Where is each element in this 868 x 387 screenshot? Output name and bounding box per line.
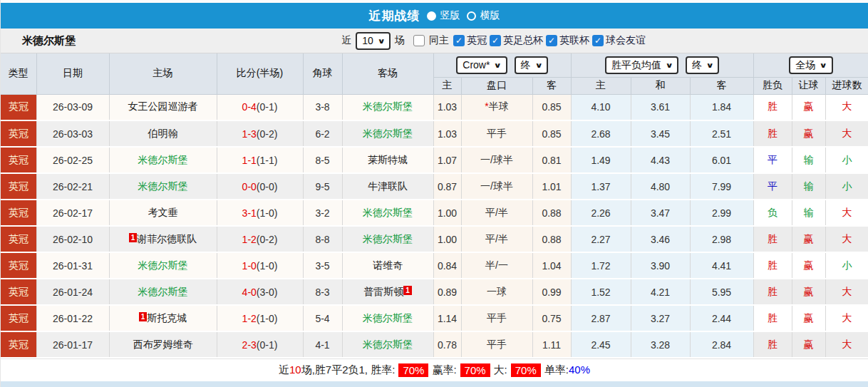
halftime-score: (0-1) — [257, 101, 278, 113]
goals-result-cell: 大 — [825, 120, 868, 147]
table-row: 英冠26-02-17考文垂3-1(1-0)3-2米德尔斯堡1.00平/半0.88… — [1, 200, 868, 226]
odds-source-select[interactable]: Crow* ∨ — [456, 56, 507, 74]
handicap-label: 平手 — [487, 339, 507, 350]
checkbox-checked-icon: ✓ — [490, 35, 501, 46]
title-bar: 近期战绩 竖版 横版 — [1, 3, 868, 29]
score-cell: 1-2(0-2) — [217, 226, 303, 252]
corners-cell: 6-2 — [303, 120, 342, 147]
handicap-rate-label: 赢率: — [432, 363, 456, 377]
table-row: 英冠26-03-09女王公园巡游者0-4(0-1)3-8米德尔斯堡1.03*半球… — [1, 94, 868, 120]
avg-away-cell: 6.01 — [690, 147, 753, 173]
scope-select[interactable]: 全场 ∨ — [789, 56, 832, 74]
away-team-cell: 诺维奇 — [342, 252, 433, 279]
handicap-label: 平手 — [487, 128, 507, 139]
goals-result-cell: 小 — [825, 173, 868, 200]
recent-results-panel: 近期战绩 竖版 横版 米德尔斯堡 近 10 ∨ 场 同主 ✓英冠✓英足总杯✓英联… — [0, 0, 868, 387]
goals-result-cell: 大 — [825, 331, 868, 358]
summary-prefix: 近 — [279, 363, 289, 376]
home-team-cell: 米德尔斯堡 — [109, 173, 217, 200]
score-cell: 4-0(3-0) — [217, 279, 303, 305]
odds-home-cell: 1.14 — [433, 305, 461, 331]
filter-controls: 近 10 ∨ 场 同主 ✓英冠✓英足总杯✓英联杯✓球会友谊 — [341, 32, 646, 50]
table-header: 类型 日期 主场 比分(半场) 角球 客场 Crow* ∨ 终 ∨ — [1, 53, 868, 94]
handicap-result-cell: 赢 — [792, 331, 825, 358]
handicap-label: 半/一 — [485, 259, 508, 271]
outcome-cell: 平 — [753, 173, 792, 200]
avg-away-cell: 2.98 — [690, 226, 753, 252]
away-team-cell: 米德尔斯堡 — [342, 331, 433, 358]
away-team-cell: 米德尔斯堡 — [342, 120, 433, 147]
radio-selected-icon — [427, 11, 436, 21]
competition-checkbox[interactable]: ✓英冠 — [453, 34, 487, 47]
checkbox-checked-icon: ✓ — [453, 35, 465, 46]
odds-away-cell: 0.88 — [532, 200, 571, 226]
handicap-cell: 平手 — [461, 305, 532, 331]
avg-draw-cell: 3.28 — [631, 331, 690, 358]
handicap-cell: 平手 — [461, 331, 532, 358]
red-card-badge: 1 — [129, 233, 138, 242]
same-home-label: 同主 — [429, 34, 449, 47]
avg-home-cell: 1.49 — [571, 147, 631, 173]
near-label: 近 — [341, 34, 351, 47]
subcol-avg-draw: 和 — [631, 77, 690, 94]
table-row: 英冠26-01-24米德尔斯堡4-0(3-0)8-3普雷斯顿10.89一球0.9… — [1, 279, 868, 305]
horizontal-layout-radio[interactable]: 横版 — [467, 9, 500, 22]
single-rate-label: 单率: — [544, 363, 569, 376]
league-type-cell: 英冠 — [1, 305, 36, 331]
single-rate-value: 40% — [569, 363, 590, 376]
league-type-cell: 英冠 — [1, 94, 36, 120]
chevron-down-icon: ∨ — [706, 58, 713, 72]
team-label: 谢菲尔德联队 — [137, 233, 197, 244]
red-card-badge: 1 — [403, 286, 412, 295]
handicap-cell: 平/半 — [461, 200, 532, 226]
away-team-cell: 米德尔斯堡 — [342, 226, 433, 252]
handicap-rate-badge: 70% — [460, 363, 490, 377]
summary-text: 场,胜7平2负1, 胜率: — [301, 363, 396, 376]
avg-time-select[interactable]: 终 ∨ — [686, 56, 719, 74]
competition-filters: ✓英冠✓英足总杯✓英联杯✓球会友谊 — [453, 34, 646, 47]
fulltime-score: 1-1 — [242, 155, 257, 166]
vertical-layout-radio[interactable]: 竖版 — [427, 9, 460, 22]
fulltime-score: 0-4 — [242, 101, 257, 113]
corners-cell: 8-3 — [303, 279, 342, 305]
corners-cell: 3-8 — [303, 94, 342, 120]
goals-result-cell: 小 — [825, 147, 868, 173]
away-team-cell: 普雷斯顿1 — [342, 279, 433, 305]
halftime-score: (0-2) — [257, 128, 278, 140]
avg-draw-cell: 3.46 — [631, 226, 690, 252]
corners-cell: 5-4 — [303, 305, 342, 331]
col-header-away: 客场 — [342, 53, 433, 94]
league-type-cell: 英冠 — [1, 120, 36, 147]
same-home-checkbox[interactable]: 同主 — [413, 34, 449, 47]
matches-count-select[interactable]: 10 ∨ — [356, 32, 391, 50]
odds-time-select[interactable]: 终 ∨ — [515, 56, 548, 74]
home-team-cell: 米德尔斯堡 — [109, 279, 217, 305]
odds-away-cell: 0.85 — [532, 120, 571, 147]
home-team-cell: 1斯托克城 — [109, 305, 217, 331]
odds-group-header: Crow* ∨ 终 ∨ — [433, 53, 571, 77]
avg-away-cell: 2.44 — [690, 305, 753, 331]
score-cell: 1-0(1-0) — [217, 252, 303, 279]
team-label: 米德尔斯堡 — [363, 128, 413, 139]
goals-result-cell: 小 — [825, 252, 868, 279]
avg-home-cell: 2.87 — [571, 305, 631, 331]
competition-label: 球会友谊 — [606, 34, 646, 47]
corners-cell: 8-5 — [303, 147, 342, 173]
avg-type-select[interactable]: 胜平负均值 ∨ — [605, 56, 678, 74]
goals-result-cell: 大 — [825, 226, 868, 252]
competition-checkbox[interactable]: ✓英足总杯 — [490, 34, 543, 47]
team-label: 考文垂 — [148, 207, 178, 218]
date-cell: 26-01-31 — [36, 252, 109, 279]
home-team-cell: 女王公园巡游者 — [109, 94, 217, 120]
competition-checkbox[interactable]: ✓球会友谊 — [592, 34, 646, 47]
col-header-score: 比分(半场) — [217, 53, 303, 94]
avg-draw-cell: 4.43 — [631, 147, 690, 173]
team-label: 米德尔斯堡 — [363, 233, 413, 244]
away-team-cell: 米德尔斯堡 — [342, 305, 433, 331]
handicap-label: 平/半 — [485, 207, 508, 218]
outcome-cell: 胜 — [753, 331, 792, 358]
competition-checkbox[interactable]: ✓英联杯 — [546, 34, 589, 47]
team-label: 普雷斯顿 — [363, 286, 403, 297]
handicap-cell: 一/球半 — [461, 147, 532, 173]
score-cell: 1-2(1-0) — [217, 305, 303, 331]
